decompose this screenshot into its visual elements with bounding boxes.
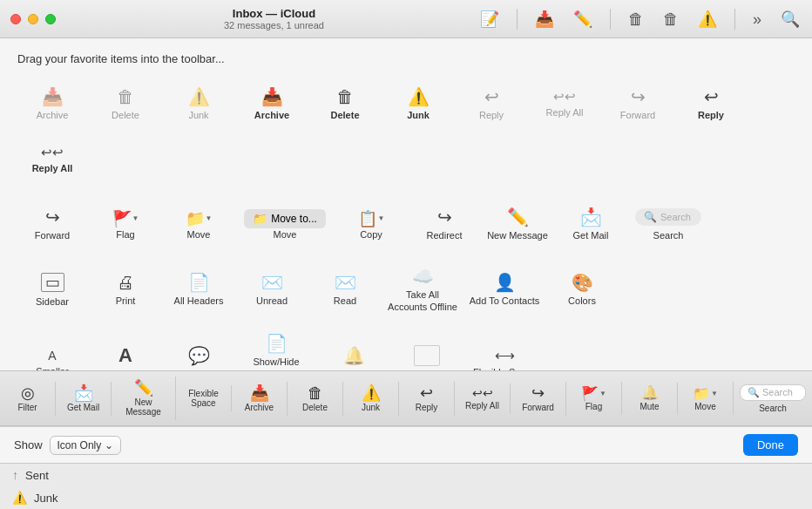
item-space[interactable]: Space [392, 329, 462, 370]
toolbar-divider3 [734, 9, 735, 30]
item-move[interactable]: 📁 ▼ Move [164, 198, 233, 250]
item-flag[interactable]: 🚩 ▼ Flag [91, 198, 160, 250]
replyall-light-label: Reply All [546, 106, 584, 119]
sent-icon: ↑ [12, 468, 18, 482]
junk-bold-icon: ⚠️ [408, 88, 430, 105]
preview-archive[interactable]: 📥 Archive [232, 382, 288, 416]
trash-icon[interactable]: 🗑 [626, 10, 646, 29]
reply-light-icon: ↩ [484, 88, 499, 105]
close-button[interactable] [10, 14, 21, 24]
smaller-icon: A [48, 350, 56, 362]
show-select[interactable]: Icon Only ⌄ [50, 436, 122, 455]
item-addcontacts[interactable]: 👤 Add To Contacts [465, 262, 544, 317]
item-sidebar[interactable]: ▭ Sidebar [17, 262, 87, 317]
item-unread[interactable]: ✉️ Unread [237, 262, 307, 317]
preview-delete[interactable]: 🗑 Delete [288, 382, 343, 416]
minimize-button[interactable] [28, 14, 38, 24]
preview-forward[interactable]: ↪ Forward [511, 382, 566, 416]
item-mute[interactable]: 🔔 Mute [319, 329, 389, 370]
sidebar-item-junk[interactable]: ⚠️ Junk [0, 486, 812, 509]
copy-label: Copy [360, 228, 382, 241]
preview-getmail-icon: 📩 [74, 385, 93, 401]
item-replyall-bold[interactable]: ↩↩ Reply All [17, 133, 87, 186]
item-copy[interactable]: 📋 ▼ Copy [336, 198, 406, 250]
copy-icon-group: 📋 ▼ [358, 209, 385, 228]
sidebar-item-sent[interactable]: ↑ Sent [0, 464, 812, 486]
item-smaller[interactable]: A Smaller [17, 329, 87, 370]
preview-reply-icon: ↩ [420, 385, 433, 401]
newmessage-label: New Message [487, 229, 548, 241]
item-colors[interactable]: 🎨 Colors [547, 262, 617, 317]
archive-bold-icon: 📥 [261, 88, 283, 105]
preview-mute-icon: 🔔 [641, 386, 659, 400]
preview-move[interactable]: 📁 ▼ Move [678, 382, 734, 415]
item-search[interactable]: 🔍 Search Search [629, 198, 707, 250]
item-newmessage[interactable]: ✏️ New Message [483, 198, 552, 250]
preview-move-caret: ▼ [711, 390, 718, 397]
titlebar: Inbox — iCloud 32 messages, 1 unread 📝 📥… [0, 0, 812, 38]
colors-label: Colors [568, 295, 596, 307]
preview-replyall[interactable]: ↩↩ Reply All [455, 383, 511, 414]
archive-icon[interactable]: 📥 [533, 10, 556, 29]
item-conversations[interactable]: 💬 Conversations [164, 329, 233, 370]
maximize-button[interactable] [45, 14, 56, 24]
preview-filter-label: Filter [17, 403, 37, 412]
done-button[interactable]: Done [743, 434, 798, 456]
item-replyall-light[interactable]: ↩↩ Reply All [530, 78, 599, 130]
preview-replyall-icon: ↩↩ [472, 387, 493, 399]
replyall-bold-icon: ↩↩ [41, 146, 64, 159]
allheaders-icon: 📄 [188, 274, 210, 291]
show-value: Icon Only [58, 439, 102, 451]
copy-caret-icon: ▼ [378, 214, 385, 222]
preview-junk-icon: ⚠️ [362, 385, 381, 401]
preview-move-label: Move [694, 402, 715, 411]
item-junk-bold[interactable]: ⚠️ Junk [383, 78, 453, 130]
forward-light-icon: ↪ [631, 88, 646, 105]
preview-junk[interactable]: ⚠️ Junk [343, 382, 399, 416]
search-icon[interactable]: 🔍 [779, 10, 802, 29]
item-reply-bold[interactable]: ↩ Reply [676, 78, 746, 130]
preview-getmail[interactable]: 📩 Get Mail [56, 382, 112, 416]
item-redirect[interactable]: ↪ Redirect [409, 198, 479, 250]
item-takeallaccounts[interactable]: ☁️ Take All Accounts Offline [383, 262, 462, 317]
preview-flag-icon: 🚩 [581, 385, 599, 402]
more-icon[interactable]: » [751, 10, 763, 29]
delete-icon[interactable]: 🗑 [661, 10, 680, 29]
item-moveto[interactable]: 📁 Move to... Move [237, 198, 333, 250]
junk-sidebar-icon: ⚠️ [12, 491, 27, 505]
preview-flag[interactable]: 🚩 ▼ Flag [566, 382, 622, 415]
unread-label: Unread [256, 295, 288, 307]
items-grid-row1: 📥 Archive 🗑 Delete ⚠️ Junk 📥 Archive 🗑 D [17, 78, 795, 186]
item-delete-bold[interactable]: 🗑 Delete [310, 78, 380, 130]
preview-search[interactable]: 🔍 Search Search [734, 381, 812, 417]
item-forward[interactable]: ↪ Forward [17, 198, 87, 250]
compose-icon[interactable]: ✏️ [572, 10, 594, 29]
item-delete-light[interactable]: 🗑 Delete [91, 78, 160, 130]
item-read[interactable]: ✉️ Read [310, 262, 380, 317]
item-flexiblespace[interactable]: ⟷ Flexible Space [465, 329, 544, 370]
item-archive-light[interactable]: 📥 Archive [17, 78, 87, 130]
note-icon[interactable]: 📝 [478, 10, 501, 29]
forward-label: Forward [35, 229, 70, 241]
preview-filter[interactable]: ◎ Filter [0, 382, 56, 416]
item-print[interactable]: 🖨 Print [91, 262, 160, 317]
preview-mute[interactable]: 🔔 Mute [622, 383, 678, 415]
moveto-label: Move [274, 228, 297, 241]
items-grid-row2: ↪ Forward 🚩 ▼ Flag 📁 ▼ Move [17, 198, 795, 250]
item-forward-light[interactable]: ↪ Forward [603, 78, 673, 130]
addcontacts-label: Add To Contacts [470, 295, 540, 307]
item-showhide[interactable]: 📄 Show/Hide Related Messages [237, 329, 315, 370]
item-reply-light[interactable]: ↩ Reply [457, 78, 526, 130]
item-archive-bold[interactable]: 📥 Archive [237, 78, 307, 130]
preview-reply[interactable]: ↩ Reply [399, 382, 455, 416]
preview-newmessage-label: New Message [117, 397, 170, 417]
delete-light-icon: 🗑 [117, 88, 134, 105]
item-allheaders[interactable]: 📄 All Headers [164, 262, 233, 317]
preview-newmessage[interactable]: ✏️ New Message [112, 377, 176, 420]
item-bigger[interactable]: A Bigger [91, 329, 160, 370]
item-junk-light[interactable]: ⚠️ Junk [164, 78, 233, 130]
bottom-bar: Show Icon Only ⌄ Done [0, 426, 812, 463]
item-getmail[interactable]: 📩 Get Mail [556, 198, 626, 250]
redirect-label: Redirect [427, 229, 463, 241]
junk-icon[interactable]: ⚠️ [696, 10, 719, 29]
